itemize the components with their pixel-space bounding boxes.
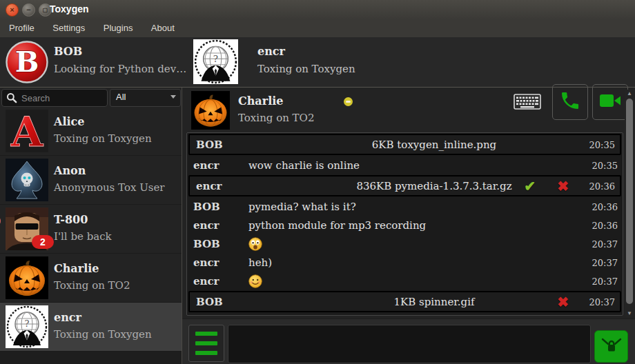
- chat-partner-status-message: Toxing on Toxygen: [257, 63, 355, 75]
- composer-bar: [182, 318, 635, 364]
- chat-header-name: Charlie: [238, 94, 284, 108]
- profile-status-message: Looking for Python dev…: [54, 63, 186, 75]
- scroll-up-icon[interactable]: ▲: [625, 90, 634, 97]
- contact-status-message: Toxing on TO2: [54, 279, 130, 292]
- self-profile[interactable]: B BOB Looking for Python dev…: [0, 37, 182, 87]
- file-transfer-row: encr836KB pymedia-1.3.7.3.tar.gz✔✖20:36: [188, 175, 621, 196]
- message-row: encrpython module for mp3 recording20:36: [187, 216, 623, 234]
- search-row: All: [0, 88, 182, 107]
- letter-a-avatar: A: [6, 110, 48, 152]
- contact-list-item-t-800[interactable]: T-800I'll be back2: [0, 205, 182, 254]
- unread-count-badge: 2: [32, 235, 54, 249]
- message-history: BOB6KB toxygen_inline.png20:35encrwow ch…: [186, 132, 623, 316]
- send-button[interactable]: [594, 330, 628, 363]
- profile-name: BOB: [54, 45, 82, 58]
- message-sender: encr: [190, 180, 248, 192]
- message-time: 20:36: [592, 201, 618, 212]
- filter-selected-value: All: [116, 92, 126, 102]
- tox-send-icon: [600, 336, 623, 358]
- astonished-emoji: [248, 237, 262, 251]
- attachments-menu-button[interactable]: [188, 325, 224, 362]
- message-input[interactable]: [228, 325, 591, 363]
- message-time: 20:35: [589, 139, 615, 150]
- title-bar: × − ▢ Toxygen: [0, 0, 635, 20]
- contact-name: Charlie: [54, 262, 99, 275]
- message-sender: encr: [187, 256, 246, 269]
- smiling-emoji: [248, 274, 262, 288]
- message-time: 20:37: [589, 296, 615, 307]
- message-text: python module for mp3 recording: [248, 219, 426, 232]
- contact-filter-dropdown[interactable]: All: [110, 89, 181, 107]
- chat-header-status-message: Toxing on TO2: [238, 112, 314, 124]
- contact-list-item-charlie[interactable]: CharlieToxing on TO2: [0, 254, 182, 303]
- contact-name: encr: [54, 311, 81, 324]
- svg-text:B: B: [15, 46, 39, 79]
- menu-bar: Profile Settings Plugins About: [0, 19, 635, 37]
- file-transfer-row: BOB6KB toxygen_inline.png20:35: [188, 134, 621, 155]
- chat-partner-name: encr: [257, 45, 285, 58]
- top-strip: B BOB Looking for Python dev… ? encr Tox…: [0, 37, 635, 87]
- message-text: wow charlie is online: [248, 159, 360, 172]
- contact-name: Alice: [54, 115, 85, 128]
- contact-list-item-alice[interactable]: AAliceToxing on Toxygen: [0, 107, 182, 156]
- message-time: 20:37: [592, 276, 618, 286]
- contact-name: Anon: [54, 164, 86, 177]
- busy-ring-status-icon: [0, 215, 1, 227]
- message-sender: encr: [187, 159, 246, 172]
- message-sender: encr: [187, 219, 246, 232]
- chevron-down-icon: [170, 95, 176, 99]
- scroll-down-icon[interactable]: ▼: [625, 310, 634, 317]
- message-sender: BOB: [190, 139, 248, 151]
- search-box: [1, 89, 108, 107]
- minimize-window-button[interactable]: −: [22, 3, 35, 17]
- message-sender: encr: [187, 275, 246, 287]
- menu-profile[interactable]: Profile: [1, 19, 42, 33]
- message-sender: BOB: [187, 201, 246, 213]
- file-transfer-label: 6KB toxygen_inline.png: [248, 139, 620, 151]
- spade-skull-avatar: [6, 159, 48, 201]
- contact-status-message: Anonymous Tox User: [54, 181, 165, 194]
- message-text: heh): [248, 256, 272, 269]
- menu-settings[interactable]: Settings: [45, 19, 92, 33]
- message-text: pymedia? what is it?: [248, 201, 356, 213]
- chat-group-header[interactable]: Charlie Toxing on TO2: [186, 90, 621, 132]
- contact-list-item-anon[interactable]: AnonAnonymous Tox User: [0, 156, 182, 205]
- message-row: BOB20:37: [187, 234, 623, 253]
- decline-file-icon[interactable]: ✖: [557, 295, 569, 309]
- toxygen-window: × − ▢ Toxygen Profile Settings Plugins A…: [0, 0, 635, 364]
- menu-plugins[interactable]: Plugins: [96, 19, 141, 33]
- accept-file-icon[interactable]: ✔: [524, 179, 536, 193]
- decline-file-icon[interactable]: ✖: [557, 179, 569, 193]
- message-time: 20:37: [592, 239, 618, 249]
- message-row: encrwow charlie is online20:35: [187, 156, 623, 174]
- svg-text:?: ?: [25, 318, 30, 329]
- message-time: 20:35: [592, 160, 618, 170]
- contact-name: T-800: [54, 213, 88, 226]
- message-time: 20:36: [589, 181, 615, 191]
- search-icon: [6, 92, 17, 106]
- away-status-icon: [344, 97, 353, 106]
- svg-text:A: A: [10, 110, 44, 152]
- close-window-button[interactable]: ×: [6, 3, 19, 17]
- file-transfer-row: BOB1KB spinner.gif✖20:37: [188, 291, 621, 312]
- message-row: encrheh)20:37: [187, 253, 623, 272]
- message-sender: BOB: [190, 296, 248, 308]
- search-input[interactable]: [20, 91, 104, 105]
- message-row: encr20:37: [187, 272, 623, 290]
- message-time: 20:36: [592, 220, 618, 230]
- contact-status-message: I'll be back: [54, 230, 112, 243]
- anonymous-avatar: ?: [6, 305, 48, 348]
- contact-list: AAliceToxing on ToxygenAnonAnonymous Tox…: [0, 107, 182, 364]
- contact-status-message: Toxing on Toxygen: [54, 132, 152, 145]
- contact-status-message: Toxing on Toxygen: [54, 328, 152, 341]
- menu-about[interactable]: About: [144, 19, 182, 33]
- encr-avatar: ?: [193, 39, 238, 84]
- svg-text:?: ?: [213, 53, 218, 64]
- contact-list-item-encr[interactable]: ?encrToxing on Toxygen: [0, 303, 182, 352]
- scrollbar-thumb[interactable]: [626, 99, 633, 304]
- pumpkin-avatar: [6, 256, 48, 299]
- profile-avatar: B: [6, 41, 48, 83]
- header-divider: [0, 87, 635, 88]
- charlie-avatar: [191, 91, 230, 130]
- chat-scrollbar[interactable]: ▲ ▼: [625, 90, 634, 317]
